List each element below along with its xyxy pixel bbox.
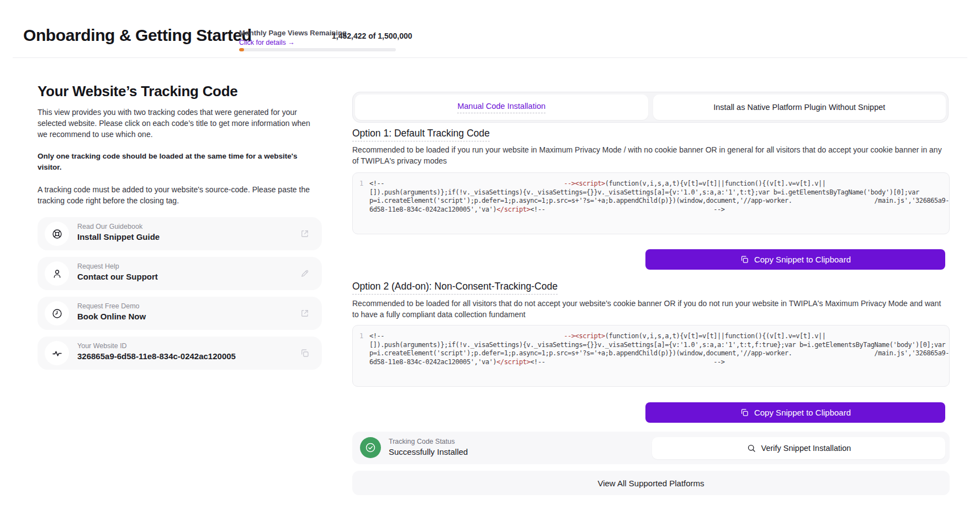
page-title: Onboarding & Getting Started <box>23 26 252 45</box>
code-block-non-consent: 1 <!-- --><script>(function(v,i,s,a,t){v… <box>352 325 950 387</box>
copy-button-label: Copy Snippet to Clipboard <box>754 255 851 264</box>
user-icon <box>45 261 69 286</box>
view-all-platforms-button[interactable]: View All Supported Platforms <box>352 471 950 495</box>
card-label: Request Free Demo <box>77 302 146 310</box>
external-link-icon[interactable] <box>300 308 310 318</box>
option2-title[interactable]: Option 2 (Add-on): Non-Consent-Tracking-… <box>352 281 558 295</box>
external-link-icon[interactable] <box>300 229 310 239</box>
clock-icon <box>45 301 69 325</box>
card-label: Your Website ID <box>77 342 236 350</box>
card-label: Request Help <box>77 262 158 270</box>
installation-panel: Manual Code Installation Install as Nati… <box>352 0 950 520</box>
click-for-details-link[interactable]: Click for details → <box>239 39 295 46</box>
copy-icon <box>740 255 749 264</box>
tracking-code-status-bar: Tracking Code Status Successfully Instal… <box>352 432 950 464</box>
copy-snippet-button-1[interactable]: Copy Snippet to Clipboard <box>645 249 945 270</box>
section-heading: Your Website’s Tracking Code <box>38 83 322 100</box>
card-value: 326865a9-6d58-11e8-834c-0242ac120005 <box>77 351 236 361</box>
check-circle-icon <box>360 437 381 458</box>
card-label: Read Our Guidebook <box>77 223 160 230</box>
status-value: Successfully Installed <box>389 447 468 456</box>
card-value: Book Online Now <box>77 312 146 321</box>
code-block-default: 1 <!-- --><script>(function(v,i,s,a,t){v… <box>352 172 950 234</box>
line-number: 1 <box>359 180 363 187</box>
tracking-code-snippet: <!-- --><script>(function(v,i,s,a,t){v[t… <box>369 332 946 366</box>
installation-tabs: Manual Code Installation Install as Nati… <box>352 92 949 123</box>
line-number: 1 <box>359 332 363 340</box>
option1-title[interactable]: Option 1: Default Tracking Code <box>352 128 490 141</box>
card-book-demo[interactable]: Request Free Demo Book Online Now <box>38 297 322 330</box>
tab-manual-code-installation[interactable]: Manual Code Installation <box>355 94 648 120</box>
copy-icon[interactable] <box>300 348 310 358</box>
page-views-progress-fill <box>239 48 244 51</box>
card-contact-support[interactable]: Request Help Contact our Support <box>38 257 322 290</box>
card-install-snippet-guide[interactable]: Read Our Guidebook Install Snippet Guide <box>38 217 322 250</box>
option1-description: Recommended to be loaded if you run your… <box>352 145 947 166</box>
tracking-code-intro-panel: Your Website’s Tracking Code This view p… <box>38 83 322 376</box>
card-value: Install Snippet Guide <box>77 232 160 241</box>
copy-button-label: Copy Snippet to Clipboard <box>754 408 851 417</box>
tab-native-platform-plugin[interactable]: Install as Native Platform Plugin Withou… <box>653 94 946 120</box>
tab-label: Install as Native Platform Plugin Withou… <box>713 103 885 112</box>
verify-button-label: Verify Snippet Installation <box>761 444 851 453</box>
lifebuoy-icon <box>45 222 69 246</box>
copy-icon <box>740 408 749 417</box>
paste-instruction: A tracking code must be added to your we… <box>38 184 322 206</box>
tab-label: Manual Code Installation <box>457 102 545 113</box>
intro-paragraph: This view provides you with two tracking… <box>38 107 322 140</box>
tracking-code-snippet: <!-- --><script>(function(v,i,s,a,t){v[t… <box>369 180 946 214</box>
page-views-remaining-label: Monthly Page Views Remaining <box>239 29 347 37</box>
option2-description: Recommended to be loaded for all visitor… <box>352 298 947 320</box>
pencil-icon[interactable] <box>300 269 310 279</box>
copy-snippet-button-2[interactable]: Copy Snippet to Clipboard <box>645 402 945 423</box>
single-code-note: Only one tracking code should be loaded … <box>38 151 322 173</box>
status-label: Tracking Code Status <box>389 438 468 445</box>
activity-icon <box>45 341 69 365</box>
verify-snippet-button[interactable]: Verify Snippet Installation <box>652 437 945 459</box>
search-icon <box>746 443 756 453</box>
card-value: Contact our Support <box>77 272 158 281</box>
card-website-id[interactable]: Your Website ID 326865a9-6d58-11e8-834c-… <box>38 337 322 370</box>
